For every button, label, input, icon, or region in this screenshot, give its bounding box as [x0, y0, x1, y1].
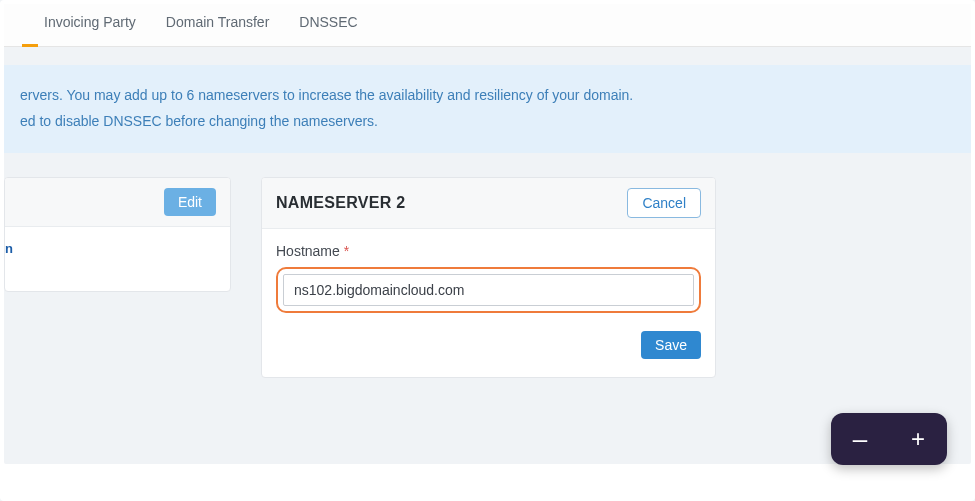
panels-row: Edit n NAMESERVER 2 Cancel Hostname * — [4, 177, 971, 378]
content-area: Invoicing Party Domain Transfer DNSSEC e… — [4, 4, 971, 464]
panel-header-right: NAMESERVER 2 Cancel — [262, 178, 715, 229]
panel-title: NAMESERVER 2 — [276, 194, 406, 212]
zoom-out-button[interactable]: – — [840, 426, 880, 452]
nameserver-panel-partial: Edit n — [4, 177, 231, 292]
tab-dnssec[interactable]: DNSSEC — [299, 12, 357, 32]
banner-line-1: ervers. You may add up to 6 nameservers … — [20, 83, 955, 109]
app-frame: Invoicing Party Domain Transfer DNSSEC e… — [0, 0, 975, 501]
hostname-input-highlight — [276, 267, 701, 313]
banner-line-2: ed to disable DNSSEC before changing the… — [20, 109, 955, 135]
info-banner: ervers. You may add up to 6 nameservers … — [4, 65, 971, 153]
cancel-button[interactable]: Cancel — [627, 188, 701, 218]
panel-body-left: n — [5, 227, 230, 291]
panel-header-left: Edit — [5, 178, 230, 227]
zoom-widget: – + — [831, 413, 947, 465]
hostname-label: Hostname * — [276, 243, 701, 259]
panel-body-right: Hostname * Save — [262, 229, 715, 377]
hostname-input[interactable] — [283, 274, 694, 306]
edit-button[interactable]: Edit — [164, 188, 216, 216]
required-mark: * — [344, 243, 349, 259]
zoom-in-button[interactable]: + — [898, 427, 938, 451]
hostname-label-text: Hostname — [276, 243, 340, 259]
truncated-hostname: n — [5, 241, 13, 256]
save-button[interactable]: Save — [641, 331, 701, 359]
tab-invoicing-party[interactable]: Invoicing Party — [44, 12, 136, 32]
tab-domain-transfer[interactable]: Domain Transfer — [166, 12, 269, 32]
panel-footer: Save — [276, 331, 701, 359]
tab-bar: Invoicing Party Domain Transfer DNSSEC — [4, 4, 971, 47]
nameserver-2-panel: NAMESERVER 2 Cancel Hostname * Save — [261, 177, 716, 378]
